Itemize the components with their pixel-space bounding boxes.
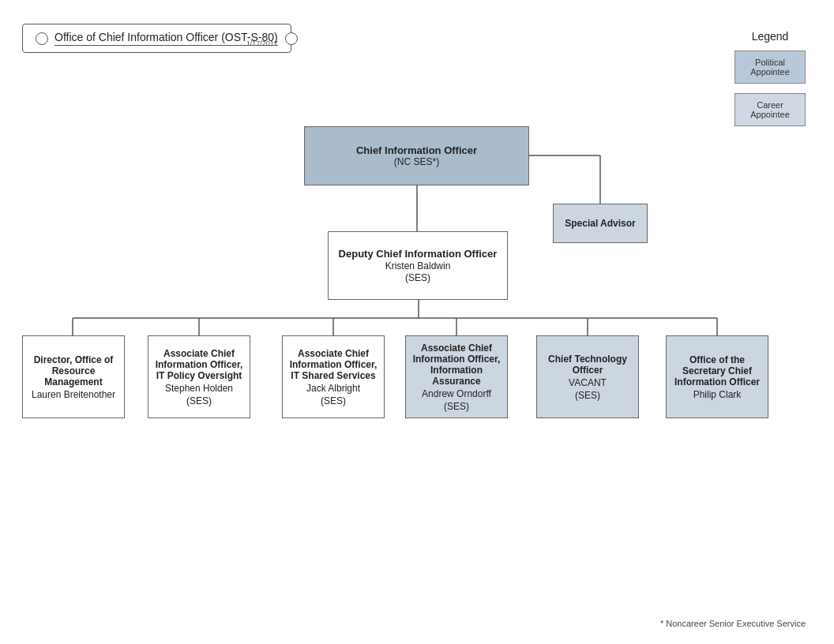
acio-policy-title: Associate Chief Information Officer, IT …	[153, 348, 245, 381]
acio-policy-suffix: (SES)	[186, 395, 212, 406]
director-orm-title: Director, Office of Resource Management	[28, 354, 119, 388]
deputy-cio-title: Deputy Chief Information Officer	[339, 248, 498, 260]
legend-title: Legend	[734, 30, 806, 43]
org-chart: Chief Information Officer (NC SES*) Spec…	[0, 110, 834, 644]
header-box: Office of Chief Information Officer (OST…	[22, 24, 291, 53]
ost-cio-name: Philip Clark	[693, 389, 742, 400]
deputy-cio-suffix: (SES)	[405, 272, 430, 283]
acio-policy-name: Stephen Holden	[165, 383, 233, 394]
special-advisor-box: Special Advisor	[553, 204, 648, 243]
acio-shared-name: Jack Albright	[306, 383, 360, 394]
cio-box: Chief Information Officer (NC SES*)	[304, 126, 529, 185]
acio-assurance-name: Andrew Orndorff	[422, 388, 491, 399]
cto-title: Chief Technology Officer	[542, 354, 633, 376]
acio-assurance-box: Associate Chief Information Officer, Inf…	[405, 335, 508, 418]
acio-assurance-title: Associate Chief Information Officer, Inf…	[411, 343, 502, 387]
deputy-cio-box: Deputy Chief Information Officer Kristen…	[328, 231, 508, 300]
header-circle-left	[36, 32, 48, 45]
acio-assurance-suffix: (SES)	[444, 401, 469, 412]
acio-shared-suffix: (SES)	[321, 395, 346, 406]
ost-cio-title: Office of the Secretary Chief Informatio…	[671, 354, 763, 388]
cto-box: Chief Technology Officer VACANT (SES)	[536, 335, 639, 418]
special-advisor-title: Special Advisor	[565, 218, 636, 229]
cto-suffix: (SES)	[575, 390, 600, 401]
acio-shared-title: Associate Chief Information Officer, IT …	[287, 348, 379, 381]
cio-subtitle: (NC SES*)	[394, 156, 439, 167]
legend-political: Political Appointee	[734, 51, 806, 84]
deputy-cio-name: Kristen Baldwin	[385, 260, 451, 271]
cio-title: Chief Information Officer	[356, 144, 477, 156]
cto-name: VACANT	[569, 377, 607, 388]
director-orm-name: Lauren Breitenother	[32, 389, 115, 400]
ost-cio-box: Office of the Secretary Chief Informatio…	[666, 335, 768, 418]
acio-shared-box: Associate Chief Information Officer, IT …	[282, 335, 385, 418]
acio-policy-box: Associate Chief Information Officer, IT …	[148, 335, 250, 418]
director-orm-box: Director, Office of Resource Management …	[22, 335, 125, 418]
header-title: Office of Chief Information Officer (OST…	[54, 31, 278, 46]
footnote: * Noncareer Senior Executive Service	[660, 619, 806, 628]
header-date: 1/17/2017	[246, 39, 278, 47]
header-circle-right	[285, 32, 298, 45]
